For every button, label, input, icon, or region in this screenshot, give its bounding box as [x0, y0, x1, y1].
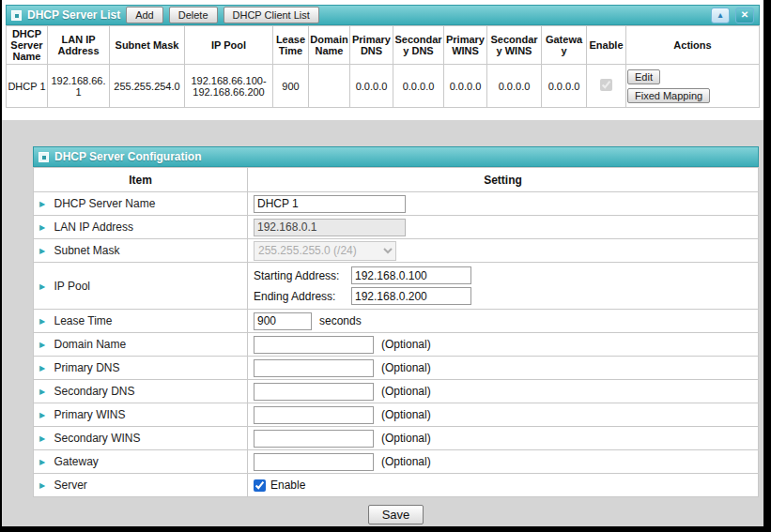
col-secondary-wins: Secondary WINS	[487, 26, 542, 65]
bullet-icon: ▶	[39, 411, 45, 419]
label-secondary-wins: Secondary WINS	[54, 432, 141, 445]
col-primary-dns: Primary DNS	[350, 26, 393, 65]
close-icon: ✕	[741, 9, 748, 20]
config-area: DHCP Server Configuration Item Setting ▶…	[2, 120, 763, 526]
cell-primary-dns: 0.0.0.0	[350, 65, 393, 108]
close-button[interactable]: ✕	[735, 8, 754, 23]
col-ip-pool: IP Pool	[185, 26, 273, 65]
col-domain-name: Domain Name	[309, 26, 350, 65]
dhcp-server-list-title: DHCP Server List	[27, 8, 120, 22]
gateway-input[interactable]	[254, 453, 374, 471]
row-secondary-dns: ▶ Secondary DNS (Optional)	[34, 380, 759, 403]
ip-pool-start-input[interactable]	[351, 266, 471, 284]
cell-lease: 900	[273, 65, 309, 108]
cell-server-name: DHCP 1	[7, 65, 48, 108]
row-ip-pool: ▶ IP Pool Starting Address: Ending Addre…	[34, 263, 759, 310]
cell-domain	[309, 65, 350, 108]
save-button[interactable]: Save	[368, 505, 424, 524]
panel-window-icon	[39, 152, 49, 162]
bullet-icon: ▶	[39, 247, 45, 255]
col-enable: Enable	[587, 26, 626, 65]
page-content: DHCP Server List Add Delete DHCP Client …	[2, 0, 763, 526]
cell-primary-wins: 0.0.0.0	[444, 65, 487, 108]
bullet-icon: ▶	[39, 341, 45, 349]
label-subnet-mask: Subnet Mask	[54, 244, 120, 257]
col-lease-time: Lease Time	[273, 26, 309, 65]
list-header-row: DHCP Server Name LAN IP Address Subnet M…	[7, 26, 760, 65]
primary-dns-input[interactable]	[254, 359, 374, 377]
label-gateway: Gateway	[54, 455, 99, 468]
label-lan-ip-address: LAN IP Address	[54, 220, 134, 234]
bullet-icon: ▶	[39, 282, 45, 291]
domain-name-suffix: (Optional)	[381, 338, 431, 351]
lease-time-suffix: seconds	[319, 314, 362, 327]
row-subnet-mask: ▶ Subnet Mask 255.255.255.0 (/24)	[34, 239, 759, 263]
dhcp-server-list-header: DHCP Server List Add Delete DHCP Client …	[6, 5, 760, 25]
row-gateway: ▶ Gateway (Optional)	[34, 450, 759, 474]
dhcp-client-list-button[interactable]: DHCP Client List	[224, 7, 319, 23]
server-enable-label: Enable	[270, 479, 305, 492]
server-enable-checkbox[interactable]	[254, 479, 266, 492]
secondary-dns-suffix: (Optional)	[381, 385, 431, 398]
label-ip-pool: IP Pool	[54, 280, 90, 293]
secondary-wins-input[interactable]	[254, 430, 374, 448]
col-dhcp-server-name: DHCP Server Name	[7, 26, 48, 65]
bullet-icon: ▶	[39, 223, 45, 232]
label-server: Server	[54, 479, 87, 492]
cell-actions: Edit Fixed Mapping	[626, 65, 760, 108]
save-bar: Save	[33, 505, 759, 524]
collapse-icon: ▴	[717, 9, 722, 20]
dhcp-server-list-table: DHCP Server Name LAN IP Address Subnet M…	[6, 25, 760, 108]
cell-secondary-wins: 0.0.0.0	[487, 65, 542, 108]
edit-button[interactable]: Edit	[627, 69, 660, 84]
row-primary-dns: ▶ Primary DNS (Optional)	[34, 357, 759, 380]
cell-enable	[587, 65, 626, 108]
primary-dns-suffix: (Optional)	[381, 361, 431, 374]
panel-window-icon	[11, 10, 22, 21]
primary-wins-input[interactable]	[254, 406, 374, 424]
dhcp-server-configuration-table: Item Setting ▶ DHCP Server Name	[33, 167, 759, 497]
secondary-dns-input[interactable]	[254, 383, 374, 401]
delete-button[interactable]: Delete	[169, 7, 218, 23]
label-lease-time: Lease Time	[54, 314, 113, 327]
col-primary-wins: Primary WINS	[444, 26, 487, 65]
label-primary-dns: Primary DNS	[54, 361, 120, 374]
cell-lan-ip: 192.168.66.1	[48, 65, 110, 108]
row-lan-ip-address: ▶ LAN IP Address	[34, 216, 759, 239]
fixed-mapping-button[interactable]: Fixed Mapping	[627, 88, 710, 103]
col-subnet-mask: Subnet Mask	[110, 26, 185, 65]
label-dhcp-server-name: DHCP Server Name	[54, 197, 156, 210]
cell-ip-pool: 192.168.66.100-192.168.66.200	[185, 65, 273, 108]
col-setting: Setting	[248, 168, 759, 192]
bullet-icon: ▶	[39, 200, 45, 208]
row-secondary-wins: ▶ Secondary WINS (Optional)	[34, 427, 759, 450]
label-secondary-dns: Secondary DNS	[54, 385, 135, 398]
collapse-button[interactable]: ▴	[711, 8, 730, 23]
subnet-mask-select: 255.255.255.0 (/24)	[254, 241, 396, 261]
ip-pool-end-input[interactable]	[351, 287, 471, 305]
bullet-icon: ▶	[39, 388, 45, 396]
row-enable-checkbox	[600, 79, 612, 91]
row-dhcp-server-name: ▶ DHCP Server Name	[34, 192, 759, 216]
domain-name-input[interactable]	[254, 336, 374, 354]
ending-address-label: Ending Address:	[254, 290, 351, 303]
label-domain-name: Domain Name	[54, 338, 127, 351]
col-actions: Actions	[626, 26, 760, 65]
cell-secondary-dns: 0.0.0.0	[393, 65, 444, 108]
col-item: Item	[34, 168, 248, 192]
dhcp-server-configuration-header: DHCP Server Configuration	[33, 146, 759, 167]
config-header-row: Item Setting	[34, 168, 759, 192]
col-secondary-dns: Secondary DNS	[393, 26, 444, 65]
dhcp-server-list-panel: DHCP Server List Add Delete DHCP Client …	[2, 0, 763, 108]
add-button[interactable]: Add	[126, 7, 163, 23]
starting-address-label: Starting Address:	[254, 269, 351, 282]
bullet-icon: ▶	[39, 434, 45, 443]
lease-time-input[interactable]	[254, 312, 312, 330]
dhcp-server-name-input[interactable]	[254, 195, 406, 213]
lan-ip-address-input	[254, 219, 406, 236]
table-row: DHCP 1 192.168.66.1 255.255.254.0 192.16…	[7, 65, 760, 108]
bullet-icon: ▶	[39, 458, 45, 466]
dhcp-server-configuration-title: DHCP Server Configuration	[54, 150, 201, 163]
row-primary-wins: ▶ Primary WINS (Optional)	[34, 403, 759, 427]
row-server: ▶ Server Enable	[34, 474, 759, 497]
